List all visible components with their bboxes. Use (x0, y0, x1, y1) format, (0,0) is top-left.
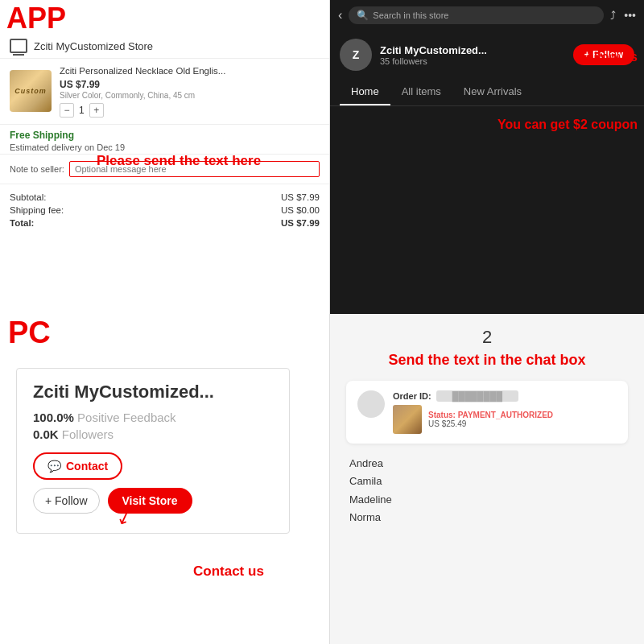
store-name-app: Zciti MyCustomized... (380, 44, 565, 56)
subtotal-label: Subtotal: (10, 192, 46, 202)
name-item-4: Norma (349, 509, 628, 526)
shipping-fee-value: US $0.00 (281, 205, 320, 215)
product-info: Zciti Personalized Necklace Old Englis..… (60, 65, 320, 118)
order-id-value: ████████ (436, 390, 518, 402)
pc-follow-visit-row: + Follow Visit Store (33, 488, 273, 514)
nav-tabs: Home All items New Arrivals (330, 79, 644, 106)
note-input[interactable] (69, 161, 320, 177)
app-section-label: APP (6, 2, 66, 35)
product-variant: Silver Color, Commonly, China, 45 cm (60, 91, 320, 100)
app-checkout-panel: APP Zciti MyCustomized Store Custom Zcit… (0, 0, 330, 314)
product-thumbnail: Custom (10, 70, 52, 112)
store-followers-count: 35 followers (380, 56, 565, 66)
tab-new-arrivals[interactable]: New Arrivals (452, 79, 533, 105)
back-button[interactable]: ‹ (338, 8, 342, 23)
subtotal-value: US $7.99 (281, 192, 320, 202)
name-item-2: Camila (349, 473, 628, 490)
name-item-3: Madeline (349, 491, 628, 509)
pc-store-panel: PC Zciti MyCustomized... 100.0% Positive… (0, 314, 330, 644)
follow-outline-button[interactable]: + Follow (33, 488, 100, 514)
qty-decrease-button[interactable]: − (60, 103, 74, 118)
total-value: US $7.99 (281, 218, 320, 228)
pc-followers: 0.0K Followers (33, 427, 273, 441)
product-price: US $7.99 (60, 79, 320, 90)
pc-section-label: PC (8, 316, 51, 350)
search-bar-text: Search in this store (373, 10, 448, 20)
chat-card: Order ID: ████████ Status: PAYMENT_AUTHO… (346, 381, 628, 444)
app-store-panel: ‹ 🔍 Search in this store ⤴ ••• Z Zciti M… (330, 0, 644, 314)
store-icon (10, 39, 27, 53)
app-bar: ‹ 🔍 Search in this store ⤴ ••• (330, 0, 644, 31)
tab-home[interactable]: Home (340, 79, 390, 105)
product-row: Custom Zciti Personalized Necklace Old E… (0, 59, 329, 125)
free-shipping-label: Free Shipping (10, 130, 320, 141)
step-number: 2 (346, 327, 628, 348)
qty-value: 1 (79, 105, 85, 116)
total-label: Total: (10, 218, 34, 228)
order-product-row: Status: PAYMENT_AUTHORIZED US $25.49 (393, 405, 617, 434)
chat-box-panel: 2 Send the text in the chat box Order ID… (330, 314, 644, 644)
tab-all-items[interactable]: All items (390, 79, 452, 105)
order-id-row: Order ID: ████████ (393, 390, 617, 402)
totals-section: Subtotal: US $7.99 Shipping fee: US $0.0… (0, 184, 329, 236)
note-label: Note to seller: (10, 164, 64, 174)
shipping-fee-row: Shipping fee: US $0.00 (10, 204, 320, 217)
order-status: Status: PAYMENT_AUTHORIZED (428, 411, 553, 419)
names-list: Andrea Camila Madeline Norma (346, 455, 628, 526)
shipping-info: Free Shipping Estimated delivery on Dec … (0, 125, 329, 154)
pc-store-card: Zciti MyCustomized... 100.0% Positive Fe… (16, 368, 290, 534)
delivery-date: Estimated delivery on Dec 19 (10, 142, 320, 152)
order-details: Status: PAYMENT_AUTHORIZED US $25.49 (428, 411, 553, 428)
chat-icon: 💬 (47, 460, 61, 473)
order-price: US $25.49 (428, 419, 553, 428)
more-icon[interactable]: ••• (624, 9, 636, 22)
pc-button-row: 💬 Contact (33, 452, 273, 480)
coupon-annotation: You can get $2 coupon (497, 117, 638, 134)
qty-increase-button[interactable]: + (89, 103, 104, 118)
store-avatar: Z (340, 39, 372, 71)
store-details: Zciti MyCustomized... 35 followers (380, 44, 565, 66)
contact-us-annotation: Contact us (193, 564, 264, 580)
total-row: Total: US $7.99 (10, 217, 320, 229)
shipping-fee-label: Shipping fee: (10, 205, 64, 215)
qty-control: − 1 + (60, 103, 320, 118)
send-text-annotation: Send the text in the chat box (346, 351, 628, 369)
order-product-thumb (393, 405, 422, 434)
store-name: Zciti MyCustomized Store (34, 40, 153, 52)
search-bar[interactable]: 🔍 Search in this store (349, 6, 604, 24)
name-item-1: Andrea (349, 455, 628, 473)
pc-store-name: Zciti MyCustomized... (33, 382, 273, 402)
chat-order-info: Order ID: ████████ Status: PAYMENT_AUTHO… (393, 390, 617, 434)
subtotal-row: Subtotal: US $7.99 (10, 191, 320, 204)
chat-header: Order ID: ████████ Status: PAYMENT_AUTHO… (357, 390, 617, 434)
chat-avatar (357, 390, 385, 418)
app-bar-icons: ⤴ ••• (610, 9, 636, 22)
pc-feedback: 100.0% Positive Feedback (33, 411, 273, 424)
product-title: Zciti Personalized Necklace Old Englis..… (60, 65, 320, 77)
note-to-seller-row: Note to seller: (0, 154, 329, 184)
order-id-label: Order ID: (393, 391, 431, 401)
contact-button[interactable]: 💬 Contact (33, 452, 122, 480)
follow-us-annotation: Follow us (578, 50, 638, 64)
share-icon[interactable]: ⤴ (610, 9, 616, 22)
